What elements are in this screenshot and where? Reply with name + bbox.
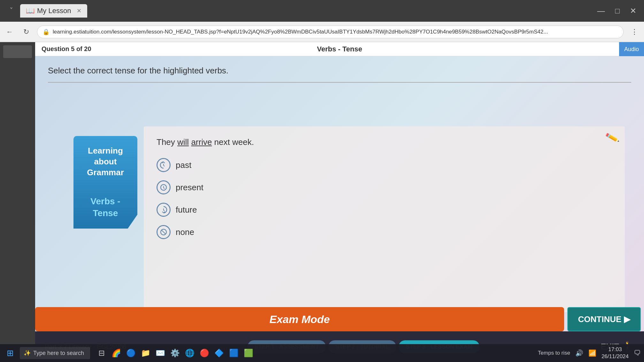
option-none-icon: [157, 225, 171, 239]
time-display: 17:03 26/11/2024: [602, 346, 629, 360]
taskbar-icon-mail[interactable]: ✉️: [154, 347, 167, 359]
back-button[interactable]: ←: [4, 26, 15, 38]
category-bottom-text: Verbs - Tense: [80, 196, 131, 219]
option-past-label: past: [176, 160, 191, 170]
address-bar[interactable]: 🔒 learning.estiatuition.com/lessonsystem…: [37, 26, 624, 38]
taskbar-icon-opera[interactable]: 🔴: [198, 347, 211, 359]
system-tray-label: Temps to rise: [538, 350, 570, 356]
sidebar-tab[interactable]: [3, 45, 32, 58]
main-content: Select the correct tense for the highlig…: [35, 56, 644, 331]
option-present[interactable]: present: [157, 180, 612, 194]
tab-inactive-chevron: ˅: [10, 7, 13, 15]
option-future-label: future: [176, 205, 197, 215]
exam-mode-bar: Exam Mode: [35, 307, 564, 331]
option-present-icon: [157, 180, 171, 194]
time-text: 17:03: [602, 346, 629, 353]
browser-addressbar: ← ↻ 🔒 learning.estiatuition.com/lessonsy…: [0, 22, 644, 42]
option-present-label: present: [176, 183, 203, 192]
option-future[interactable]: future: [157, 203, 612, 217]
taskbar-icon-chrome[interactable]: 🌐: [183, 347, 196, 359]
taskbar-icon-app3[interactable]: 🟩: [242, 347, 255, 359]
option-none-label: none: [176, 227, 194, 237]
eraser-icon: ✏️: [604, 130, 620, 145]
tab-close-button[interactable]: ✕: [77, 7, 81, 14]
windows-taskbar: ⊞ ✨ Type here to search ⊟ 🌈 🔵 📁 ✉️ ⚙️ 🌐 …: [0, 344, 644, 362]
address-text: learning.estiatuition.com/lessonsystem/l…: [53, 29, 548, 35]
continue-button[interactable]: CONTINUE ▶: [567, 307, 641, 331]
lesson-header: Question 5 of 20 Verbs - Tense Audio: [35, 42, 644, 56]
more-options-button[interactable]: ⋮: [629, 26, 640, 38]
option-past[interactable]: past: [157, 158, 612, 172]
question-box: ✏️ They will arrive next week. past: [144, 126, 625, 312]
instruction-text: Select the correct tense for the highlig…: [35, 56, 644, 82]
exam-mode-label: Exam Mode: [270, 313, 330, 326]
audio-button[interactable]: Audio: [619, 42, 644, 56]
taskbar-icon-edge[interactable]: 🔵: [125, 347, 137, 359]
browser-titlebar: ˅ 📖 My Lesson ✕ — □ ✕: [0, 0, 644, 22]
question-counter: Question 5 of 20: [35, 45, 98, 53]
tab-favicon: 📖: [26, 7, 34, 15]
tab-active-label: My Lesson: [37, 7, 71, 15]
taskbar-icon-settings[interactable]: ⚙️: [169, 347, 181, 359]
taskbar-search-box[interactable]: ✨ Type here to search: [20, 347, 90, 359]
notification-icon[interactable]: 🗨: [634, 349, 641, 357]
sentence-highlighted-will: will: [177, 137, 189, 147]
option-past-icon: [157, 158, 171, 172]
category-card: Learning about Grammar Verbs - Tense: [73, 136, 137, 229]
tab-inactive[interactable]: ˅: [5, 5, 18, 17]
taskbar-search-placeholder: Type here to search: [33, 350, 84, 357]
taskbar-icon-explorer[interactable]: 📁: [139, 347, 152, 359]
sentence-text: They will arrive next week.: [157, 136, 612, 148]
windows-start-button[interactable]: ⊞: [3, 346, 17, 360]
volume-icon: 🔊: [575, 349, 583, 357]
tab-active[interactable]: 📖 My Lesson ✕: [20, 4, 87, 18]
taskbar-icon-app2[interactable]: 🟦: [227, 347, 240, 359]
taskbar-icon-widgets[interactable]: 🌈: [110, 347, 123, 359]
search-sparkle-icon: ✨: [24, 350, 31, 357]
divider-line: [48, 82, 631, 83]
sentence-highlighted-arrive: arrive: [191, 137, 212, 147]
option-future-icon: [157, 203, 171, 217]
lock-icon: 🔒: [42, 28, 50, 35]
browser-sidebar: [0, 42, 35, 344]
date-text: 26/11/2024: [602, 353, 629, 360]
browser-frame: ˅ 📖 My Lesson ✕ — □ ✕ ← ↻ 🔒 learning.est…: [0, 0, 644, 42]
taskbar-icons: ⊟ 🌈 🔵 📁 ✉️ ⚙️ 🌐 🔴 🔷 🟦 🟩: [95, 347, 255, 359]
lesson-title: Verbs - Tense: [317, 45, 362, 53]
option-none[interactable]: none: [157, 225, 612, 239]
sentence-before: They: [157, 137, 177, 147]
taskbar-icon-task-view[interactable]: ⊟: [95, 347, 108, 359]
window-minimize-button[interactable]: —: [595, 6, 608, 15]
sentence-after: next week.: [212, 137, 254, 147]
taskbar-icon-app1[interactable]: 🔷: [213, 347, 226, 359]
window-close-button[interactable]: ✕: [627, 6, 639, 15]
window-maximize-button[interactable]: □: [613, 6, 623, 15]
category-top-text: Learning about Grammar: [80, 146, 131, 178]
taskbar-right: Temps to rise 🔊 📶 17:03 26/11/2024 🗨: [538, 346, 641, 360]
refresh-button[interactable]: ↻: [20, 26, 32, 38]
svg-line-2: [162, 230, 165, 234]
wifi-icon: 📶: [588, 349, 596, 357]
window-controls: — □ ✕: [595, 6, 639, 15]
continue-label: CONTINUE ▶: [578, 314, 630, 324]
